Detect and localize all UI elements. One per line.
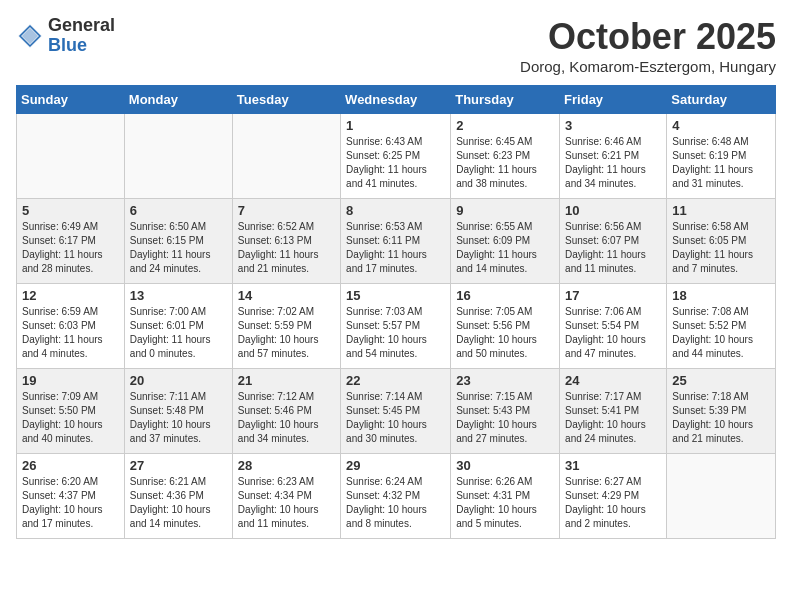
title-section: October 2025 Dorog, Komarom-Esztergom, H… xyxy=(520,16,776,75)
calendar-cell: 1Sunrise: 6:43 AM Sunset: 6:25 PM Daylig… xyxy=(341,114,451,199)
calendar-cell xyxy=(17,114,125,199)
day-number: 3 xyxy=(565,118,661,133)
day-info: Sunrise: 6:21 AM Sunset: 4:36 PM Dayligh… xyxy=(130,475,227,531)
day-info: Sunrise: 6:46 AM Sunset: 6:21 PM Dayligh… xyxy=(565,135,661,191)
month-title: October 2025 xyxy=(520,16,776,58)
day-info: Sunrise: 7:18 AM Sunset: 5:39 PM Dayligh… xyxy=(672,390,770,446)
day-info: Sunrise: 7:05 AM Sunset: 5:56 PM Dayligh… xyxy=(456,305,554,361)
calendar-cell: 21Sunrise: 7:12 AM Sunset: 5:46 PM Dayli… xyxy=(232,369,340,454)
calendar-cell: 31Sunrise: 6:27 AM Sunset: 4:29 PM Dayli… xyxy=(560,454,667,539)
day-info: Sunrise: 7:15 AM Sunset: 5:43 PM Dayligh… xyxy=(456,390,554,446)
calendar-cell: 29Sunrise: 6:24 AM Sunset: 4:32 PM Dayli… xyxy=(341,454,451,539)
day-number: 19 xyxy=(22,373,119,388)
calendar-cell: 15Sunrise: 7:03 AM Sunset: 5:57 PM Dayli… xyxy=(341,284,451,369)
day-number: 1 xyxy=(346,118,445,133)
calendar-cell: 27Sunrise: 6:21 AM Sunset: 4:36 PM Dayli… xyxy=(124,454,232,539)
day-number: 6 xyxy=(130,203,227,218)
day-number: 23 xyxy=(456,373,554,388)
day-number: 13 xyxy=(130,288,227,303)
day-number: 16 xyxy=(456,288,554,303)
day-number: 12 xyxy=(22,288,119,303)
calendar-week-1: 1Sunrise: 6:43 AM Sunset: 6:25 PM Daylig… xyxy=(17,114,776,199)
calendar-cell: 8Sunrise: 6:53 AM Sunset: 6:11 PM Daylig… xyxy=(341,199,451,284)
weekday-header-thursday: Thursday xyxy=(451,86,560,114)
day-number: 21 xyxy=(238,373,335,388)
weekday-header-friday: Friday xyxy=(560,86,667,114)
day-number: 28 xyxy=(238,458,335,473)
calendar-cell xyxy=(124,114,232,199)
calendar-cell: 26Sunrise: 6:20 AM Sunset: 4:37 PM Dayli… xyxy=(17,454,125,539)
day-info: Sunrise: 7:00 AM Sunset: 6:01 PM Dayligh… xyxy=(130,305,227,361)
calendar-cell: 10Sunrise: 6:56 AM Sunset: 6:07 PM Dayli… xyxy=(560,199,667,284)
page-header: General Blue October 2025 Dorog, Komarom… xyxy=(16,16,776,75)
calendar-cell: 11Sunrise: 6:58 AM Sunset: 6:05 PM Dayli… xyxy=(667,199,776,284)
day-number: 27 xyxy=(130,458,227,473)
day-info: Sunrise: 6:59 AM Sunset: 6:03 PM Dayligh… xyxy=(22,305,119,361)
calendar-cell: 18Sunrise: 7:08 AM Sunset: 5:52 PM Dayli… xyxy=(667,284,776,369)
day-number: 22 xyxy=(346,373,445,388)
day-number: 18 xyxy=(672,288,770,303)
day-info: Sunrise: 6:49 AM Sunset: 6:17 PM Dayligh… xyxy=(22,220,119,276)
day-info: Sunrise: 7:17 AM Sunset: 5:41 PM Dayligh… xyxy=(565,390,661,446)
day-info: Sunrise: 6:24 AM Sunset: 4:32 PM Dayligh… xyxy=(346,475,445,531)
calendar-week-4: 19Sunrise: 7:09 AM Sunset: 5:50 PM Dayli… xyxy=(17,369,776,454)
calendar-cell xyxy=(232,114,340,199)
day-info: Sunrise: 6:58 AM Sunset: 6:05 PM Dayligh… xyxy=(672,220,770,276)
location-title: Dorog, Komarom-Esztergom, Hungary xyxy=(520,58,776,75)
calendar-week-3: 12Sunrise: 6:59 AM Sunset: 6:03 PM Dayli… xyxy=(17,284,776,369)
day-number: 31 xyxy=(565,458,661,473)
weekday-header-saturday: Saturday xyxy=(667,86,776,114)
day-number: 9 xyxy=(456,203,554,218)
weekday-header-tuesday: Tuesday xyxy=(232,86,340,114)
calendar-cell: 14Sunrise: 7:02 AM Sunset: 5:59 PM Dayli… xyxy=(232,284,340,369)
calendar-cell: 6Sunrise: 6:50 AM Sunset: 6:15 PM Daylig… xyxy=(124,199,232,284)
logo: General Blue xyxy=(16,16,115,56)
calendar-cell xyxy=(667,454,776,539)
day-number: 25 xyxy=(672,373,770,388)
calendar-cell: 28Sunrise: 6:23 AM Sunset: 4:34 PM Dayli… xyxy=(232,454,340,539)
calendar-cell: 16Sunrise: 7:05 AM Sunset: 5:56 PM Dayli… xyxy=(451,284,560,369)
calendar-cell: 13Sunrise: 7:00 AM Sunset: 6:01 PM Dayli… xyxy=(124,284,232,369)
day-info: Sunrise: 7:14 AM Sunset: 5:45 PM Dayligh… xyxy=(346,390,445,446)
day-number: 10 xyxy=(565,203,661,218)
calendar-cell: 25Sunrise: 7:18 AM Sunset: 5:39 PM Dayli… xyxy=(667,369,776,454)
calendar-cell: 17Sunrise: 7:06 AM Sunset: 5:54 PM Dayli… xyxy=(560,284,667,369)
day-info: Sunrise: 6:52 AM Sunset: 6:13 PM Dayligh… xyxy=(238,220,335,276)
day-info: Sunrise: 7:12 AM Sunset: 5:46 PM Dayligh… xyxy=(238,390,335,446)
day-number: 4 xyxy=(672,118,770,133)
day-info: Sunrise: 6:56 AM Sunset: 6:07 PM Dayligh… xyxy=(565,220,661,276)
calendar-cell: 4Sunrise: 6:48 AM Sunset: 6:19 PM Daylig… xyxy=(667,114,776,199)
logo-text: General Blue xyxy=(48,16,115,56)
day-info: Sunrise: 7:03 AM Sunset: 5:57 PM Dayligh… xyxy=(346,305,445,361)
day-number: 26 xyxy=(22,458,119,473)
day-info: Sunrise: 6:20 AM Sunset: 4:37 PM Dayligh… xyxy=(22,475,119,531)
calendar-cell: 5Sunrise: 6:49 AM Sunset: 6:17 PM Daylig… xyxy=(17,199,125,284)
calendar-week-2: 5Sunrise: 6:49 AM Sunset: 6:17 PM Daylig… xyxy=(17,199,776,284)
day-number: 2 xyxy=(456,118,554,133)
day-number: 5 xyxy=(22,203,119,218)
calendar-cell: 7Sunrise: 6:52 AM Sunset: 6:13 PM Daylig… xyxy=(232,199,340,284)
day-number: 29 xyxy=(346,458,445,473)
day-info: Sunrise: 6:48 AM Sunset: 6:19 PM Dayligh… xyxy=(672,135,770,191)
day-info: Sunrise: 6:43 AM Sunset: 6:25 PM Dayligh… xyxy=(346,135,445,191)
day-number: 17 xyxy=(565,288,661,303)
calendar-cell: 3Sunrise: 6:46 AM Sunset: 6:21 PM Daylig… xyxy=(560,114,667,199)
day-info: Sunrise: 7:11 AM Sunset: 5:48 PM Dayligh… xyxy=(130,390,227,446)
calendar-cell: 9Sunrise: 6:55 AM Sunset: 6:09 PM Daylig… xyxy=(451,199,560,284)
calendar-cell: 20Sunrise: 7:11 AM Sunset: 5:48 PM Dayli… xyxy=(124,369,232,454)
calendar-cell: 24Sunrise: 7:17 AM Sunset: 5:41 PM Dayli… xyxy=(560,369,667,454)
day-number: 20 xyxy=(130,373,227,388)
day-number: 24 xyxy=(565,373,661,388)
day-number: 8 xyxy=(346,203,445,218)
calendar-cell: 12Sunrise: 6:59 AM Sunset: 6:03 PM Dayli… xyxy=(17,284,125,369)
weekday-header-monday: Monday xyxy=(124,86,232,114)
logo-icon xyxy=(16,22,44,50)
calendar-header: SundayMondayTuesdayWednesdayThursdayFrid… xyxy=(17,86,776,114)
day-number: 7 xyxy=(238,203,335,218)
weekday-header-wednesday: Wednesday xyxy=(341,86,451,114)
day-number: 11 xyxy=(672,203,770,218)
day-number: 15 xyxy=(346,288,445,303)
weekday-header-sunday: Sunday xyxy=(17,86,125,114)
calendar-cell: 22Sunrise: 7:14 AM Sunset: 5:45 PM Dayli… xyxy=(341,369,451,454)
day-info: Sunrise: 6:26 AM Sunset: 4:31 PM Dayligh… xyxy=(456,475,554,531)
